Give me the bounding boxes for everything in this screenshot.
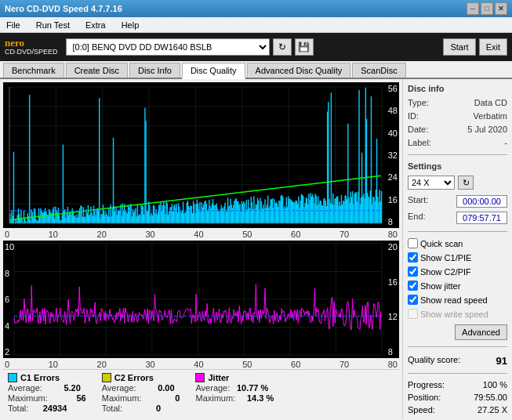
- c1-color-box: [8, 373, 17, 382]
- tab-disc-info[interactable]: Disc Info: [129, 63, 180, 78]
- show-jitter-row: Show jitter: [408, 281, 507, 291]
- menu-run-test[interactable]: Run Test: [33, 19, 73, 31]
- jitter-avg-label: Average:: [195, 383, 230, 393]
- label-label: Label:: [408, 138, 431, 147]
- right-panel: Disc info Type: Data CD ID: Verbatim Dat…: [402, 79, 512, 419]
- speed-row-2: Speed: 27.25 X: [408, 405, 507, 415]
- lower-y-axis-left: 108642: [5, 241, 14, 358]
- logo-sub: CD·DVD/SPEED: [5, 49, 58, 56]
- settings-title: Settings: [408, 161, 507, 171]
- minimize-button[interactable]: ─: [467, 2, 479, 15]
- app-header: nero CD·DVD/SPEED [0:0] BENQ DVD DD DW16…: [0, 33, 512, 61]
- position-value: 79:55.00: [474, 393, 507, 402]
- end-time-input[interactable]: [456, 212, 507, 224]
- jitter-max-label: Maximum:: [195, 393, 235, 403]
- c2-max-label: Maximum:: [102, 393, 142, 403]
- divider-3: [408, 346, 507, 347]
- upper-chart: [3, 82, 399, 228]
- label-value: -: [504, 138, 507, 147]
- c1-avg-label: Average:: [8, 383, 42, 393]
- show-c1-checkbox[interactable]: [408, 252, 418, 262]
- tab-scan-disc[interactable]: ScanDisc: [352, 63, 405, 78]
- show-read-speed-checkbox[interactable]: [408, 295, 418, 305]
- close-button[interactable]: ✕: [495, 2, 507, 15]
- speed-row: 24 X ↻: [408, 176, 507, 190]
- show-c1-label: Show C1/PIE: [420, 253, 471, 262]
- id-value: Verbatim: [474, 111, 507, 121]
- c2-color-box: [102, 373, 111, 382]
- speed-refresh-button[interactable]: ↻: [458, 176, 474, 190]
- exit-button[interactable]: Exit: [479, 38, 507, 56]
- title-bar: Nero CD-DVD Speed 4.7.7.16 ─ □ ✕: [0, 0, 512, 17]
- divider-4: [408, 373, 507, 374]
- quick-scan-label: Quick scan: [420, 239, 463, 248]
- tab-advanced-disc-quality[interactable]: Advanced Disc Quality: [247, 63, 351, 78]
- jitter-max-value: 14.3 %: [238, 393, 274, 403]
- end-label: End:: [408, 212, 426, 224]
- jitter-label: Jitter: [208, 373, 229, 382]
- divider-2: [408, 231, 507, 232]
- lower-y-axis-right: 2016128: [388, 241, 398, 358]
- show-c2-checkbox[interactable]: [408, 266, 418, 277]
- menu-file[interactable]: File: [3, 19, 24, 31]
- progress-row: Progress: 100 %: [408, 380, 507, 389]
- date-value: 5 Jul 2020: [467, 125, 507, 134]
- tab-benchmark[interactable]: Benchmark: [3, 63, 64, 78]
- upper-y-axis: 56 48 40 32 24 16 8: [388, 82, 398, 228]
- lower-chart: [3, 241, 399, 358]
- show-write-speed-label: Show write speed: [420, 310, 488, 319]
- jitter-avg-value: 10.77 %: [233, 383, 268, 393]
- quick-scan-checkbox[interactable]: [408, 238, 418, 248]
- menu-help[interactable]: Help: [118, 19, 143, 31]
- header-buttons: Start Exit: [443, 38, 507, 56]
- jitter-stats: Jitter Average: 10.77 % Maximum: 14.3 %: [195, 373, 274, 413]
- disc-date-row: Date: 5 Jul 2020: [408, 125, 507, 134]
- type-value: Data CD: [474, 98, 507, 107]
- start-time-input[interactable]: [456, 195, 507, 208]
- show-jitter-checkbox[interactable]: [408, 281, 418, 291]
- nero-logo: nero CD·DVD/SPEED: [5, 38, 58, 56]
- position-label: Position:: [408, 393, 441, 402]
- menu-extra[interactable]: Extra: [82, 19, 109, 31]
- tab-create-disc[interactable]: Create Disc: [66, 63, 128, 78]
- c1-total-value: 24934: [31, 404, 67, 413]
- c2-avg-value: 0.00: [140, 383, 175, 393]
- progress-label: Progress:: [408, 380, 445, 389]
- show-read-speed-label: Show read speed: [420, 295, 488, 305]
- c1-max-value: 56: [51, 393, 86, 403]
- menu-bar: File Run Test Extra Help: [0, 17, 512, 33]
- disc-id-row: ID: Verbatim: [408, 111, 507, 121]
- advanced-button[interactable]: Advanced: [455, 324, 507, 340]
- maximize-button[interactable]: □: [481, 2, 493, 15]
- c2-total-label: Total:: [102, 404, 122, 413]
- c1-avg-value: 5.20: [45, 383, 81, 393]
- app-title: Nero CD-DVD Speed 4.7.7.16: [5, 4, 122, 13]
- drive-section: [0:0] BENQ DVD DD DW1640 BSLB ↻ 💾: [66, 38, 444, 56]
- lower-x-axis: 01020304050607080: [3, 360, 399, 369]
- main-content: 56 48 40 32 24 16 8 01020304050607080 10…: [0, 79, 512, 419]
- start-row: Start:: [408, 195, 507, 208]
- quick-scan-row: Quick scan: [408, 238, 507, 248]
- disc-label-row: Label: -: [408, 138, 507, 147]
- c1-label: C1 Errors: [20, 373, 60, 382]
- divider-1: [408, 154, 507, 155]
- id-label: ID:: [408, 111, 419, 121]
- date-label: Date:: [408, 125, 428, 134]
- speed-select[interactable]: 24 X: [408, 176, 455, 190]
- start-label: Start:: [408, 195, 428, 208]
- upper-x-axis: 01020304050607080: [3, 230, 399, 239]
- c2-avg-label: Average:: [102, 383, 136, 393]
- tab-disc-quality[interactable]: Disc Quality: [182, 63, 245, 79]
- show-c2-label: Show C2/PIF: [420, 267, 471, 277]
- save-button[interactable]: 💾: [295, 38, 314, 56]
- show-read-speed-row: Show read speed: [408, 295, 507, 305]
- disc-type-row: Type: Data CD: [408, 98, 507, 107]
- c2-label: C2 Errors: [114, 373, 154, 382]
- show-jitter-label: Show jitter: [420, 281, 460, 291]
- speed-label: Speed:: [408, 405, 435, 415]
- position-row: Position: 79:55.00: [408, 393, 507, 402]
- start-button[interactable]: Start: [443, 38, 475, 56]
- speed-value: 27.25 X: [478, 405, 507, 415]
- refresh-button[interactable]: ↻: [273, 38, 292, 56]
- drive-select[interactable]: [0:0] BENQ DVD DD DW1640 BSLB: [66, 38, 270, 56]
